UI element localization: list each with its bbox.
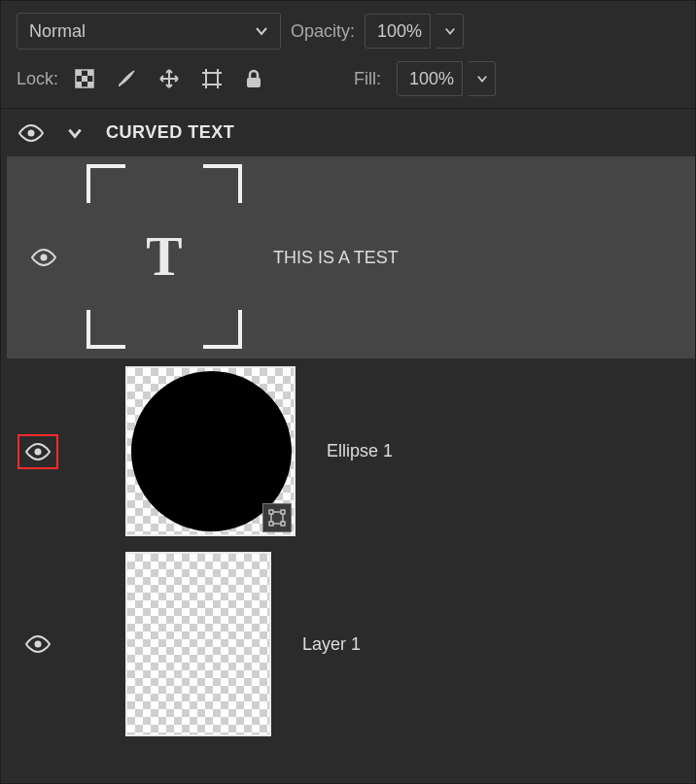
artboard-icon[interactable] bbox=[200, 67, 224, 90]
svg-point-9 bbox=[41, 255, 48, 261]
blend-mode-select[interactable]: Normal bbox=[17, 13, 281, 50]
svg-point-8 bbox=[28, 129, 35, 136]
fill-control: 100% bbox=[397, 61, 496, 96]
svg-rect-2 bbox=[87, 70, 93, 76]
layer-group-header[interactable]: CURVED TEXT bbox=[1, 109, 695, 156]
fill-input[interactable]: 100% bbox=[397, 61, 463, 96]
chevron-down-icon bbox=[476, 73, 488, 85]
layer-name[interactable]: Ellipse 1 bbox=[327, 441, 393, 461]
group-title: CURVED TEXT bbox=[106, 122, 234, 143]
opacity-dropdown-button[interactable] bbox=[436, 14, 464, 49]
fill-value: 100% bbox=[409, 69, 454, 89]
eye-icon[interactable] bbox=[18, 124, 44, 142]
chevron-down-icon bbox=[255, 24, 268, 38]
lock-transparency-icon[interactable] bbox=[74, 68, 95, 89]
brush-icon[interactable] bbox=[115, 67, 138, 90]
fill-dropdown-button[interactable] bbox=[469, 61, 496, 96]
opacity-label: Opacity: bbox=[291, 21, 355, 42]
fill-label: Fill: bbox=[354, 69, 381, 89]
opacity-input[interactable]: 100% bbox=[365, 14, 431, 49]
opacity-control: 100% bbox=[365, 14, 464, 49]
lock-icon[interactable] bbox=[243, 68, 264, 89]
layer-thumbnail[interactable] bbox=[125, 366, 296, 536]
eye-icon[interactable] bbox=[25, 635, 51, 653]
layer-name[interactable]: Layer 1 bbox=[302, 634, 361, 655]
layers-panel: Normal Opacity: 100% Lock: bbox=[0, 0, 696, 784]
svg-rect-1 bbox=[76, 70, 82, 76]
lock-icons-group bbox=[74, 67, 264, 90]
move-arrows-icon[interactable] bbox=[157, 67, 181, 90]
vector-mask-icon[interactable] bbox=[262, 503, 292, 532]
layer-thumbnail[interactable] bbox=[125, 552, 271, 736]
layer-thumbnail[interactable]: T bbox=[87, 164, 242, 351]
type-icon: T bbox=[146, 225, 182, 288]
eye-icon[interactable] bbox=[31, 249, 56, 266]
svg-rect-12 bbox=[269, 510, 273, 514]
chevron-down-icon[interactable] bbox=[67, 125, 83, 141]
svg-rect-5 bbox=[87, 82, 93, 87]
svg-point-16 bbox=[35, 641, 42, 648]
svg-point-10 bbox=[35, 448, 42, 455]
layer-lock-row: Lock: bbox=[1, 55, 695, 109]
svg-rect-13 bbox=[281, 510, 285, 514]
eye-icon[interactable] bbox=[25, 443, 51, 460]
layer-options-row: Normal Opacity: 100% bbox=[1, 1, 695, 55]
svg-rect-15 bbox=[281, 522, 285, 526]
layer-row-text[interactable]: T THIS IS A TEST bbox=[7, 156, 695, 358]
layer-row-shape[interactable]: Ellipse 1 bbox=[1, 358, 695, 544]
lock-label: Lock: bbox=[17, 69, 58, 89]
blend-mode-value: Normal bbox=[29, 21, 86, 42]
chevron-down-icon bbox=[444, 25, 456, 37]
layer-name[interactable]: THIS IS A TEST bbox=[273, 248, 399, 268]
svg-rect-6 bbox=[206, 73, 218, 85]
layer-row-raster[interactable]: Layer 1 bbox=[1, 544, 695, 744]
svg-rect-14 bbox=[269, 522, 273, 526]
svg-rect-7 bbox=[247, 78, 261, 87]
layers-list: T THIS IS A TEST bbox=[1, 156, 695, 754]
opacity-value: 100% bbox=[377, 21, 422, 42]
svg-rect-4 bbox=[76, 82, 82, 87]
svg-rect-3 bbox=[82, 76, 87, 82]
